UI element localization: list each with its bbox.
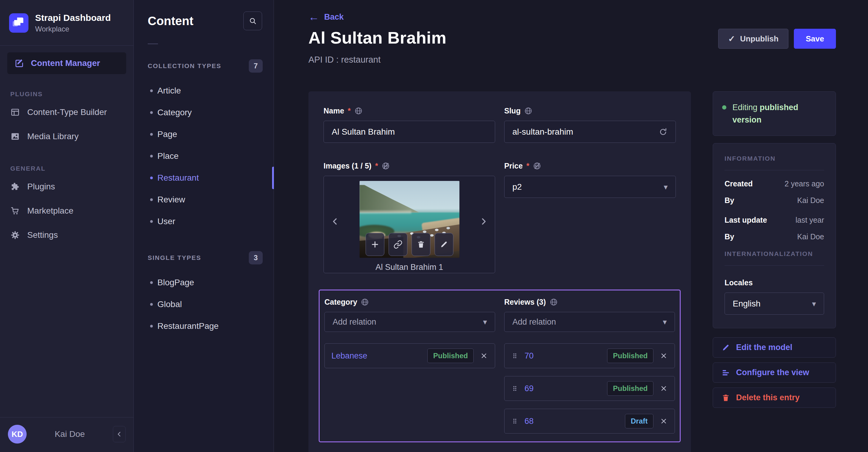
delete-entry-button[interactable]: Delete this entry: [713, 388, 836, 408]
sidebar-item-category[interactable]: Category: [134, 102, 274, 123]
type-label: Article: [157, 86, 181, 96]
relation-link[interactable]: Lebanese: [332, 351, 421, 361]
chevron-left-icon: [116, 431, 123, 438]
globe-slash-icon: [533, 162, 541, 170]
sidebar-item-content-manager[interactable]: Content Manager: [7, 52, 126, 74]
carousel-prev-button[interactable]: [331, 217, 340, 227]
regenerate-slug-button[interactable]: [658, 127, 668, 136]
sidebar-item-label: Content-Type Builder: [27, 107, 107, 117]
relation-link[interactable]: 69: [525, 384, 601, 393]
locales-label: Locales: [724, 278, 824, 287]
bullet-icon: [150, 111, 153, 114]
relation-row: 69 Published: [504, 376, 675, 401]
count-badge: 7: [249, 59, 263, 73]
relation-link[interactable]: 68: [525, 417, 619, 426]
meta-row-last-update: Last update last year: [724, 216, 824, 225]
sidebar-item-review[interactable]: Review: [134, 189, 274, 211]
nav-section-general: GENERAL: [10, 165, 133, 172]
caret-down-icon: ▾: [663, 318, 667, 326]
name-field[interactable]: [332, 127, 487, 137]
status-badge: Published: [607, 349, 653, 363]
sidebar-item-place[interactable]: Place: [134, 145, 274, 167]
type-label: Place: [157, 151, 179, 161]
name-label: Name: [323, 106, 344, 115]
divider: [724, 265, 824, 266]
edit-image-button[interactable]: [435, 233, 453, 256]
price-select[interactable]: p2 ▾: [504, 176, 676, 198]
sidebar-item-restaurantpage[interactable]: RestaurantPage: [134, 315, 274, 337]
sidebar-item-global[interactable]: Global: [134, 293, 274, 315]
sidebar-item-label: Marketplace: [27, 206, 73, 216]
sidebar-item-content-type-builder[interactable]: Content-Type Builder: [0, 100, 133, 124]
sidebar-item-marketplace[interactable]: Marketplace: [0, 199, 133, 223]
drag-handle-icon[interactable]: [511, 351, 519, 360]
entry-form-card: Name* Slug: [308, 91, 691, 452]
meta-row-created-by: By Kai Doe: [724, 196, 824, 205]
sidebar-item-blogpage[interactable]: BlogPage: [134, 272, 274, 293]
sidebar-item-settings[interactable]: Settings: [0, 223, 133, 247]
strapi-logo-icon: [9, 13, 28, 33]
trash-icon: [417, 240, 425, 249]
collapse-sidebar-button[interactable]: [113, 426, 126, 442]
required-mark: *: [348, 106, 351, 115]
carousel-next-button[interactable]: [479, 217, 488, 227]
status-regular: Editing: [733, 103, 757, 112]
drag-handle-icon[interactable]: [511, 417, 519, 426]
delete-image-button[interactable]: [412, 233, 430, 256]
type-label: RestaurantPage: [157, 321, 218, 331]
sidebar-item-restaurant[interactable]: Restaurant: [134, 167, 274, 189]
brand-title: Strapi Dashboard: [35, 13, 111, 23]
save-button[interactable]: Save: [794, 29, 836, 49]
image-icon: [10, 132, 20, 141]
locale-value: English: [733, 299, 761, 309]
reviews-add-relation-select[interactable]: Add relation ▾: [504, 312, 675, 332]
brand-text: Strapi Dashboard Workplace: [35, 13, 111, 33]
collection-type-list: Article Category Page Place Restaurant R…: [134, 80, 274, 232]
relation-link[interactable]: 70: [525, 351, 601, 361]
remove-relation-button[interactable]: [659, 352, 668, 360]
unpublish-button[interactable]: ✓ Unpublish: [718, 29, 789, 49]
publish-status-box: Editing published version: [713, 91, 836, 136]
required-mark: *: [375, 162, 378, 170]
sidebar-item-user[interactable]: User: [134, 211, 274, 232]
header-actions: ✓ Unpublish Save: [718, 29, 836, 49]
status-badge: Published: [427, 349, 474, 363]
sidebar-item-page[interactable]: Page: [134, 123, 274, 145]
layout-icon: [10, 107, 20, 117]
remove-relation-button[interactable]: [659, 384, 668, 393]
count-badge: 3: [249, 251, 263, 264]
details-panel: INFORMATION Created 2 years ago By Kai D…: [713, 143, 836, 328]
category-add-relation-select[interactable]: Add relation ▾: [324, 312, 495, 332]
user-name: Kai Doe: [27, 429, 113, 439]
add-relation-placeholder: Add relation: [333, 317, 376, 327]
close-icon: [659, 352, 668, 360]
type-label: Restaurant: [157, 173, 199, 183]
edit-model-button[interactable]: Edit the model: [713, 337, 836, 358]
information-section-title: INFORMATION: [724, 155, 824, 162]
status-text: Editing published version: [733, 101, 827, 126]
sidebar-item-plugins[interactable]: Plugins: [0, 174, 133, 199]
delete-entry-label: Delete this entry: [736, 393, 800, 402]
type-label: Global: [157, 299, 182, 309]
remove-relation-button[interactable]: [659, 417, 668, 425]
subnav-title: Content: [148, 14, 193, 28]
globe-icon: [354, 107, 363, 115]
restaurant-photo: [360, 181, 459, 258]
configure-view-button[interactable]: Configure the view: [713, 362, 836, 383]
price-label: Price: [504, 162, 523, 170]
add-image-button[interactable]: [366, 233, 384, 256]
remove-relation-button[interactable]: [480, 352, 488, 360]
drag-handle-icon[interactable]: [511, 384, 519, 393]
sidebar-item-media-library[interactable]: Media Library: [0, 124, 133, 149]
close-icon: [659, 384, 668, 393]
price-label-row: Price*: [504, 162, 676, 170]
price-field-group: Price* p2 ▾: [504, 162, 676, 273]
sidebar-item-article[interactable]: Article: [134, 80, 274, 102]
copy-link-button[interactable]: [389, 233, 407, 256]
slug-field-group: Slug: [504, 106, 676, 143]
back-link[interactable]: ← Back: [308, 12, 344, 22]
locale-select[interactable]: English ▾: [724, 293, 824, 315]
slug-field[interactable]: [513, 127, 654, 137]
reviews-label: Reviews (3): [504, 298, 546, 306]
search-button[interactable]: [243, 11, 262, 30]
